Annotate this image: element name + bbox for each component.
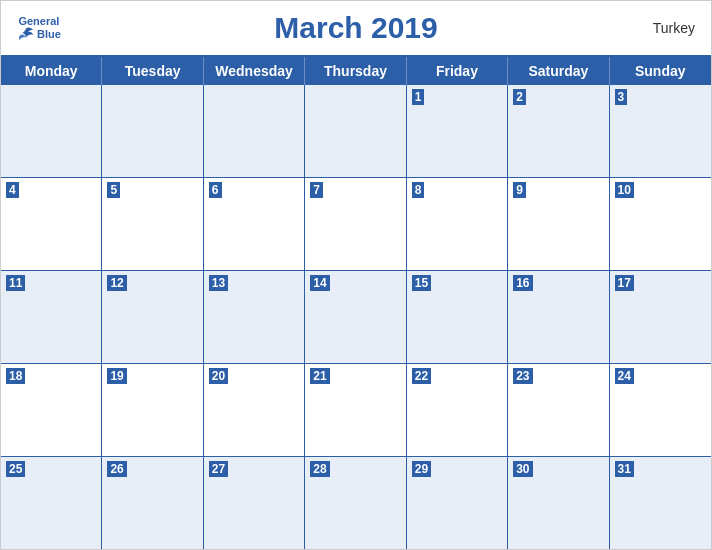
day-cell-31: 31 — [610, 457, 711, 549]
day-number: 10 — [615, 182, 634, 198]
day-cell-25: 25 — [1, 457, 102, 549]
logo-bird-icon — [17, 27, 35, 41]
day-header-saturday: Saturday — [508, 57, 609, 85]
day-number: 17 — [615, 275, 634, 291]
day-cell-17: 17 — [610, 271, 711, 363]
day-cell-5: 5 — [102, 178, 203, 270]
day-header-friday: Friday — [407, 57, 508, 85]
day-number: 9 — [513, 182, 526, 198]
day-number: 8 — [412, 182, 425, 198]
week-row-1: 123 — [1, 85, 711, 178]
day-number: 19 — [107, 368, 126, 384]
day-cell-21: 21 — [305, 364, 406, 456]
day-number: 4 — [6, 182, 19, 198]
day-cell-16: 16 — [508, 271, 609, 363]
day-number: 3 — [615, 89, 628, 105]
day-number: 20 — [209, 368, 228, 384]
day-cell-28: 28 — [305, 457, 406, 549]
week-row-5: 25262728293031 — [1, 457, 711, 549]
day-header-tuesday: Tuesday — [102, 57, 203, 85]
day-cell-10: 10 — [610, 178, 711, 270]
day-header-thursday: Thursday — [305, 57, 406, 85]
day-number: 1 — [412, 89, 425, 105]
day-cell-1: 1 — [407, 85, 508, 177]
day-cell-27: 27 — [204, 457, 305, 549]
day-number: 29 — [412, 461, 431, 477]
day-header-wednesday: Wednesday — [204, 57, 305, 85]
day-number: 18 — [6, 368, 25, 384]
logo-general-text: General — [18, 16, 59, 27]
day-number: 25 — [6, 461, 25, 477]
day-cell-22: 22 — [407, 364, 508, 456]
logo: General Blue — [17, 16, 61, 41]
day-cell-24: 24 — [610, 364, 711, 456]
weeks-container: 1234567891011121314151617181920212223242… — [1, 85, 711, 549]
day-cell-2: 2 — [508, 85, 609, 177]
day-number: 5 — [107, 182, 120, 198]
calendar-grid: MondayTuesdayWednesdayThursdayFridaySatu… — [1, 55, 711, 549]
day-cell-13: 13 — [204, 271, 305, 363]
day-number: 31 — [615, 461, 634, 477]
day-number: 15 — [412, 275, 431, 291]
day-cell-14: 14 — [305, 271, 406, 363]
week-row-3: 11121314151617 — [1, 271, 711, 364]
day-headers-row: MondayTuesdayWednesdayThursdayFridaySatu… — [1, 57, 711, 85]
day-cell-6: 6 — [204, 178, 305, 270]
day-cell-9: 9 — [508, 178, 609, 270]
day-cell-15: 15 — [407, 271, 508, 363]
day-number: 6 — [209, 182, 222, 198]
day-cell-12: 12 — [102, 271, 203, 363]
day-cell-18: 18 — [1, 364, 102, 456]
day-cell-30: 30 — [508, 457, 609, 549]
day-number: 28 — [310, 461, 329, 477]
day-header-monday: Monday — [1, 57, 102, 85]
day-number: 12 — [107, 275, 126, 291]
day-number: 23 — [513, 368, 532, 384]
day-number: 16 — [513, 275, 532, 291]
day-cell-29: 29 — [407, 457, 508, 549]
day-cell-8: 8 — [407, 178, 508, 270]
day-cell-empty — [204, 85, 305, 177]
day-cell-3: 3 — [610, 85, 711, 177]
month-title: March 2019 — [274, 11, 437, 45]
calendar-container: General Blue March 2019 Turkey MondayTue… — [0, 0, 712, 550]
day-cell-empty — [1, 85, 102, 177]
day-number: 30 — [513, 461, 532, 477]
logo-blue-text: Blue — [17, 27, 61, 41]
day-number: 7 — [310, 182, 323, 198]
day-header-sunday: Sunday — [610, 57, 711, 85]
day-cell-7: 7 — [305, 178, 406, 270]
day-cell-20: 20 — [204, 364, 305, 456]
day-cell-4: 4 — [1, 178, 102, 270]
calendar-header: General Blue March 2019 Turkey — [1, 1, 711, 55]
day-cell-26: 26 — [102, 457, 203, 549]
day-number: 27 — [209, 461, 228, 477]
day-number: 22 — [412, 368, 431, 384]
day-cell-empty — [102, 85, 203, 177]
day-cell-11: 11 — [1, 271, 102, 363]
day-cell-empty — [305, 85, 406, 177]
day-number: 13 — [209, 275, 228, 291]
day-number: 24 — [615, 368, 634, 384]
week-row-2: 45678910 — [1, 178, 711, 271]
day-number: 2 — [513, 89, 526, 105]
day-number: 14 — [310, 275, 329, 291]
week-row-4: 18192021222324 — [1, 364, 711, 457]
country-label: Turkey — [653, 20, 695, 36]
day-number: 26 — [107, 461, 126, 477]
day-cell-23: 23 — [508, 364, 609, 456]
day-number: 11 — [6, 275, 25, 291]
day-number: 21 — [310, 368, 329, 384]
day-cell-19: 19 — [102, 364, 203, 456]
